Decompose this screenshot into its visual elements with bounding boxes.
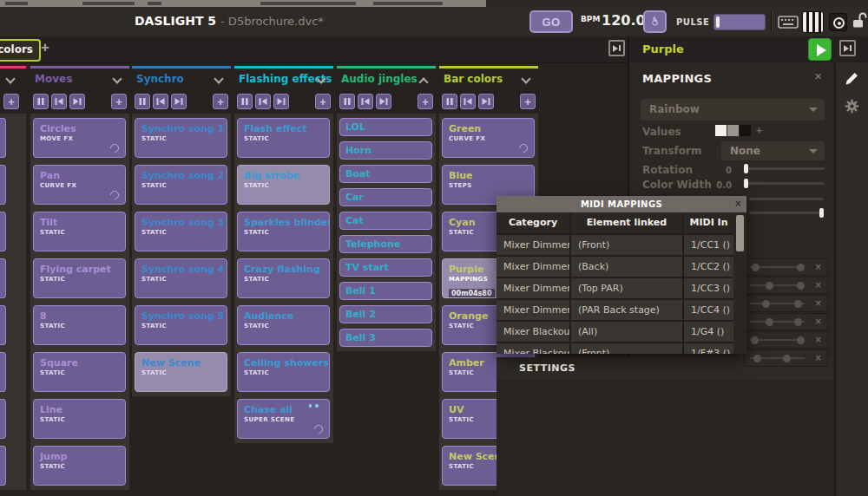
add-tab-button[interactable]: + xyxy=(41,39,49,56)
table-row[interactable]: Mixer Blackout(All)1/G4 () xyxy=(496,322,733,343)
color-swatch-black[interactable] xyxy=(740,125,751,136)
pause-button[interactable] xyxy=(33,94,49,109)
jingle-tile[interactable]: Car xyxy=(339,188,432,206)
table-row[interactable]: Mixer Dimmer(Top PAR)1/CC3 () xyxy=(496,278,733,300)
table-row[interactable]: Mixer Dimmer(Back)1/CC2 () xyxy=(496,257,733,278)
remove-mapping-button[interactable]: × xyxy=(815,262,822,272)
preset-dropdown[interactable]: Rainbow xyxy=(641,99,825,121)
scene-tile[interactable]: Crazy flashingSTATIC xyxy=(237,258,330,298)
range-slider[interactable] xyxy=(750,339,805,341)
go-button[interactable]: GO xyxy=(529,10,573,33)
expand-panel-icon[interactable] xyxy=(839,40,856,56)
scene-tile[interactable] xyxy=(0,446,6,486)
scene-tile[interactable]: Synchro song 3STATIC xyxy=(135,212,227,251)
record-button[interactable] xyxy=(829,13,847,31)
scrollbar-thumb[interactable] xyxy=(736,215,744,251)
skip-end-button[interactable] xyxy=(376,94,391,109)
color-swatch-gray[interactable] xyxy=(727,125,739,136)
chevron-down-icon[interactable] xyxy=(5,74,15,83)
remove-mapping-button[interactable]: × xyxy=(815,335,822,345)
remove-mapping-button[interactable]: × xyxy=(815,280,822,290)
scene-tile[interactable]: 8STATIC xyxy=(33,305,126,345)
dialog-titlebar[interactable]: MIDI MAPPINGS× xyxy=(496,196,746,212)
pause-button[interactable] xyxy=(339,94,355,109)
pause-button[interactable] xyxy=(237,94,253,109)
dialog-scrollbar[interactable] xyxy=(733,212,746,354)
add-scene-button[interactable]: + xyxy=(3,94,19,109)
scene-tile[interactable] xyxy=(0,258,6,298)
skip-end-button[interactable] xyxy=(171,94,187,109)
add-scene-button[interactable]: + xyxy=(213,94,228,109)
midi-piano-button[interactable] xyxy=(802,11,824,33)
settings-button[interactable] xyxy=(845,99,859,116)
bpm-value[interactable]: 120.0 xyxy=(602,12,646,29)
add-value-button[interactable]: + xyxy=(755,125,763,136)
jingle-tile[interactable]: Bell 2 xyxy=(339,305,432,323)
range-slider[interactable] xyxy=(750,266,805,268)
chevron-down-icon[interactable] xyxy=(112,74,122,83)
parameter-slider[interactable] xyxy=(749,198,824,200)
scene-tile[interactable]: Flying carpetSTATIC xyxy=(33,258,126,298)
scene-tile[interactable]: GreenCURVE FX xyxy=(442,118,535,158)
skip-start-button[interactable] xyxy=(51,94,67,109)
slider-handle[interactable] xyxy=(744,179,748,188)
scene-tile[interactable] xyxy=(0,118,6,158)
expand-panel-icon[interactable] xyxy=(608,40,625,56)
pulse-slider[interactable] xyxy=(713,14,766,30)
add-scene-button[interactable]: + xyxy=(520,94,536,109)
pause-button[interactable] xyxy=(442,94,457,109)
scene-tile[interactable]: PanCURVE FX xyxy=(33,165,126,205)
scene-tile[interactable]: Ceiling showersSTATIC xyxy=(237,352,330,392)
range-slider[interactable] xyxy=(750,321,805,323)
skip-end-button[interactable] xyxy=(69,94,85,109)
jingle-tile[interactable]: Bell 3 xyxy=(339,329,432,347)
scene-tile[interactable]: Synchro song 2STATIC xyxy=(135,165,227,205)
scene-tile[interactable] xyxy=(0,352,6,392)
scene-tile[interactable]: Synchro song 1STATIC xyxy=(135,118,227,158)
tap-tempo-button[interactable] xyxy=(643,10,667,33)
range-slider[interactable] xyxy=(750,303,805,304)
jingle-tile[interactable]: Telephone xyxy=(339,235,432,253)
scene-tile[interactable]: LineSTATIC xyxy=(33,399,126,439)
edit-button[interactable] xyxy=(845,71,859,88)
scene-tile[interactable]: New SceneSTATIC xyxy=(135,352,227,392)
skip-start-button[interactable] xyxy=(255,94,271,109)
chevron-down-icon[interactable] xyxy=(521,74,530,83)
add-scene-button[interactable]: + xyxy=(418,94,433,109)
scene-tile[interactable]: CirclesMOVE FX xyxy=(33,118,126,158)
skip-end-button[interactable] xyxy=(478,94,494,109)
scene-tile[interactable]: Big strobeSTATIC xyxy=(237,165,330,205)
add-scene-button[interactable]: + xyxy=(315,94,331,109)
play-scene-button[interactable] xyxy=(808,38,832,61)
pulse-slider-handle[interactable] xyxy=(716,16,720,28)
remove-mapping-button[interactable]: × xyxy=(815,317,822,327)
keyboard-trigger-button[interactable] xyxy=(778,15,799,29)
scene-tile[interactable]: Sparkles blinderSTATIC xyxy=(237,212,330,251)
scene-tile[interactable]: Chase allSUPER SCENE xyxy=(237,399,330,439)
jingle-tile[interactable]: Boat xyxy=(339,165,432,183)
jingle-tile[interactable]: Cat xyxy=(339,212,432,230)
scene-tile[interactable]: JumpSTATIC xyxy=(33,446,126,486)
slider-handle[interactable] xyxy=(819,208,824,218)
scene-tile[interactable] xyxy=(0,165,6,205)
unlock-icon[interactable] xyxy=(852,12,867,33)
skip-start-button[interactable] xyxy=(358,94,373,109)
color-width-slider[interactable] xyxy=(744,182,825,185)
close-icon[interactable]: × xyxy=(735,196,741,212)
remove-mapping-button[interactable]: × xyxy=(815,298,822,309)
rotation-slider[interactable] xyxy=(744,167,825,170)
scene-tile[interactable]: Synchro song 5STATIC xyxy=(135,305,227,345)
skip-end-button[interactable] xyxy=(273,94,289,109)
scene-tile[interactable]: Synchro song 4STATIC xyxy=(135,258,227,298)
table-row[interactable]: Mixer Blackout(Front)1/F#3 () xyxy=(496,343,733,354)
chevron-up-icon[interactable] xyxy=(418,77,428,87)
close-icon[interactable]: × xyxy=(814,69,822,83)
color-swatch-white[interactable] xyxy=(715,125,727,136)
slider-handle[interactable] xyxy=(744,164,748,173)
chevron-down-icon[interactable] xyxy=(214,74,223,83)
jingle-tile[interactable]: Horn xyxy=(339,141,432,160)
scene-tile[interactable]: Flash effectSTATIC xyxy=(237,118,330,158)
table-row[interactable]: Mixer Dimmer(PAR Back stage)1/CC4 () xyxy=(496,300,733,322)
transform-dropdown[interactable]: None xyxy=(721,141,825,160)
scene-tile[interactable] xyxy=(0,399,6,439)
